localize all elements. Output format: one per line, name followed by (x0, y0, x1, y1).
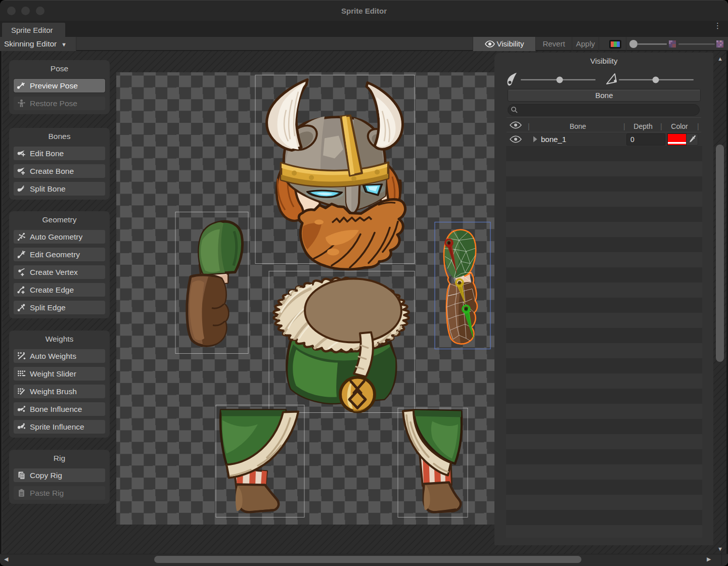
svg-text:|: | (697, 122, 699, 130)
svg-text:|: | (660, 122, 662, 130)
svg-text:Bone: Bone (595, 91, 613, 100)
svg-text:Depth: Depth (633, 122, 652, 130)
svg-text:|: | (623, 122, 625, 130)
svg-text:bone_1: bone_1 (541, 135, 566, 144)
svg-text:Bone: Bone (570, 122, 586, 130)
svg-text:|: | (528, 122, 530, 130)
svg-text:Color: Color (671, 122, 688, 130)
svg-text:0: 0 (630, 135, 634, 144)
